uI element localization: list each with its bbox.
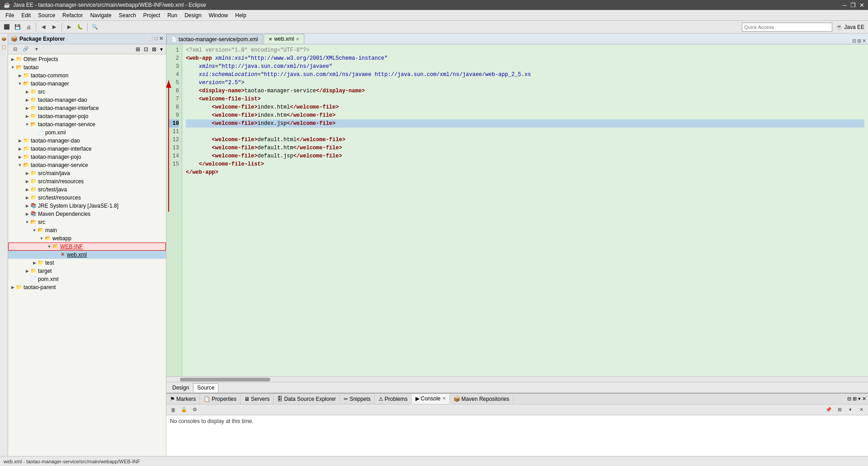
tab-markers[interactable]: ⚑ Markers [166,394,200,404]
menu-help[interactable]: Help [231,11,250,19]
console-clear[interactable]: 🗑 [168,405,178,415]
side-icon-pkg-explorer[interactable]: 📦 [0,35,8,43]
pkg-maximize-icon[interactable]: □ [155,36,158,42]
tree-taotao[interactable]: ▼ 📂 taotao [8,63,166,71]
tab-web-xml[interactable]: ✕ web.xml ✕ [264,34,304,44]
tab-design[interactable]: Design [168,383,193,392]
menu-run[interactable]: Run [164,11,181,19]
pkg-menu[interactable]: ▾ [32,44,42,54]
horizontal-scrollbar[interactable] [166,376,868,382]
tree-taotao-manager[interactable]: ▼ 📂 taotao-manager [8,80,166,88]
menu-file[interactable]: File [2,11,18,19]
pkg-ctrl3[interactable]: ⊠ [151,46,158,52]
bottom-ctrl2[interactable]: ⊞ [853,396,857,402]
toolbar-forward[interactable]: ▶ [49,22,59,32]
tab-problems[interactable]: ⚠ Problems [375,394,412,404]
tree-target-folder[interactable]: ▶ 📁 target [8,267,166,275]
tree-taotao-manager-pojo2[interactable]: ▶ 📁 taotao-manager-pojo [8,153,166,161]
tree-taotao-manager-dao[interactable]: ▶ 📁 taotao-manager-dao [8,96,166,104]
tab-snippets[interactable]: ✂ Snippets [340,394,375,404]
tab-servers[interactable]: 🖥 Servers [241,394,274,404]
bottom-ctrl4[interactable]: ✕ [862,396,866,402]
menu-refactor[interactable]: Refactor [59,11,86,19]
bottom-ctrl1[interactable]: ⊟ [847,396,851,402]
tree-taotao-manager-service[interactable]: ▼ 📂 taotao-manager-service [8,161,166,169]
tree-src-test-resources[interactable]: ▶ 📁 src/test/resources [8,194,166,202]
console-max[interactable]: ⊞ [835,405,844,415]
menu-edit[interactable]: Edit [18,11,34,19]
tab-pom-xml[interactable]: 📄 taotao-manager-service/pom.xml [166,34,263,44]
tree-other-projects[interactable]: ▶ 📁 Other Projects [8,55,166,63]
pkg-minimize-icon[interactable]: ⬜ [147,36,153,42]
tree-main-folder[interactable]: ▼ 📂 main [8,226,166,234]
menu-design[interactable]: Design [181,11,205,19]
tree-taotao-parent[interactable]: ▶ 📁 taotao-parent [8,283,166,291]
tab-source[interactable]: Source [193,383,218,392]
menu-navigate[interactable]: Navigate [86,11,115,19]
tree-view[interactable]: ▶ 📁 Other Projects ▼ 📂 taotao ▶ 📁 taotao… [8,54,166,456]
menu-search[interactable]: Search [115,11,140,19]
bottom-ctrl3[interactable]: ▾ [858,396,861,402]
tree-web-inf-folder[interactable]: ▼ 📂 WEB-INF [8,243,166,251]
quick-access-input[interactable] [742,23,832,32]
code-text[interactable]: <?xml version="1.0" encoding="UTF-8"?> <… [182,44,868,376]
console-down[interactable]: ▾ [845,405,855,415]
tree-taotao-manager-pojo[interactable]: ▶ 📁 taotao-manager-pojo [8,112,166,120]
editor-min-icon[interactable]: ⊟ [852,38,856,44]
h-scrollbar-thumb[interactable] [180,378,270,381]
tree-src-main-resources[interactable]: ▶ 📁 src/main/resources [8,177,166,185]
console-settings[interactable]: ⚙ [190,405,200,415]
tree-test-folder[interactable]: ▶ 📁 test [8,259,166,267]
toolbar-save[interactable]: 💾 [13,22,23,32]
tree-src-main-java[interactable]: ▶ 📁 src/main/java [8,169,166,177]
restore-button[interactable]: ❐ [850,2,856,9]
code-editor[interactable]: 12345 6789 10 1112131415 <?xml version="… [166,44,868,376]
console-scroll-lock[interactable]: 🔒 [179,405,189,415]
tree-taotao-manager-interface2[interactable]: ▶ 📁 taotao-manager-interface [8,145,166,153]
tree-pom-xml-service[interactable]: 📄 pom.xml [8,275,166,283]
tree-jre-system[interactable]: ▶ 📚 JRE System Library [JavaSE-1.8] [8,202,166,210]
tree-pom-xml-manager[interactable]: 📄 pom.xml [8,128,166,137]
toolbar-run[interactable]: ▶ [64,22,74,32]
tab-properties-label: Properties [212,396,236,402]
tree-src-root[interactable]: ▼ 📂 src [8,218,166,226]
toolbar-search[interactable]: 🔍 [90,22,100,32]
pkg-link-editor[interactable]: 🔗 [21,44,31,54]
toolbar-print[interactable]: 🖨 [24,22,33,32]
close-button[interactable]: ✕ [859,2,864,9]
tree-maven-deps[interactable]: ▶ 📚 Maven Dependencies [8,210,166,218]
toolbar-new[interactable]: ⬛ [2,22,12,32]
pkg-collapse-all[interactable]: ⊟ [10,44,20,54]
toolbar-debug[interactable]: 🐛 [75,22,85,32]
perspective-java-ee[interactable]: ☕ Java EE [834,24,866,30]
console-close[interactable]: ✕ [856,405,866,415]
tree-src-test-java[interactable]: ▶ 📁 src/test/java [8,185,166,194]
tree-src-manager[interactable]: ▶ 📁 src [8,88,166,96]
tree-webapp-folder[interactable]: ▼ 📂 webapp [8,234,166,243]
pkg-ctrl2[interactable]: ⊡ [142,46,150,52]
menu-source[interactable]: Source [34,11,59,19]
console-pin[interactable]: 📌 [824,405,834,415]
pkg-ctrl4[interactable]: ▾ [159,46,164,52]
tab-maven[interactable]: 📦 Maven Repositories [450,394,514,404]
tree-label-webapp-folder: webapp [52,235,71,242]
side-icon-outline[interactable]: 📋 [0,43,8,51]
tree-taotao-manager-dao2[interactable]: ▶ 📁 taotao-manager-dao [8,137,166,145]
pkg-close-icon[interactable]: ✕ [159,36,163,42]
minimize-button[interactable]: ─ [843,2,847,9]
tab-console[interactable]: ▶ Console ✕ [412,394,450,404]
tab-properties[interactable]: 📋 Properties [200,394,241,404]
menu-window[interactable]: Window [205,11,232,19]
tree-taotao-manager-interface[interactable]: ▶ 📁 taotao-manager-interface [8,104,166,112]
tab-console-close[interactable]: ✕ [442,396,446,401]
toolbar-back[interactable]: ◀ [38,22,48,32]
tab-datasource[interactable]: 🗄 Data Source Explorer [274,394,340,404]
tree-taotao-common[interactable]: ▶ 📁 taotao-common [8,71,166,80]
tab-webxml-close[interactable]: ✕ [296,37,299,42]
pkg-ctrl1[interactable]: ⊞ [134,46,142,52]
editor-close-icon[interactable]: ✕ [862,38,866,44]
menu-project[interactable]: Project [140,11,164,19]
tree-taotao-manager-service-l2[interactable]: ▼ 📂 taotao-manager-service [8,120,166,128]
editor-max-icon[interactable]: ⊞ [857,38,861,44]
tree-web-xml[interactable]: ✕ web.xml [8,251,166,259]
